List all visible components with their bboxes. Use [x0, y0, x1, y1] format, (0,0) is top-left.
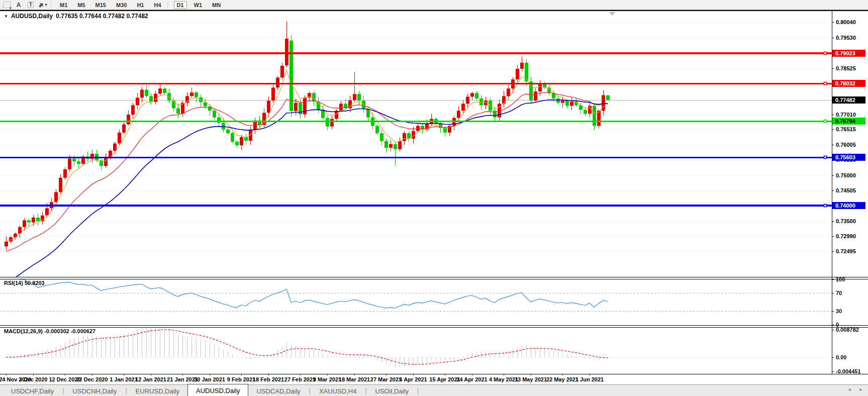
price-tick-mark — [832, 190, 834, 191]
macd-tick-mark — [832, 330, 834, 330]
price-tag-0.76794: 0.76794 — [832, 118, 865, 125]
timeframe-button-m1[interactable]: M1 — [57, 1, 70, 9]
price-tick-label: 0.79530 — [836, 35, 867, 41]
time-tick-mark — [590, 374, 590, 375]
chart-tab-usdchf[interactable]: USDCHF,Daily — [3, 385, 62, 396]
ohlc-readout: 0.77635 0.77644 0.77482 0.77482 — [56, 13, 148, 20]
text-t-icon[interactable]: T — [25, 1, 36, 9]
dropdown-caret-icon[interactable]: ▾ — [45, 3, 47, 7]
macd-axis-label: 0.008782 — [836, 327, 867, 333]
time-tick-label: 4 May 2021 — [489, 376, 518, 382]
price-tick-label: 0.77010 — [836, 112, 867, 118]
time-tick-mark — [504, 374, 504, 375]
symbol-dropdown-icon[interactable]: ▼ — [4, 14, 8, 19]
time-tick-mark — [413, 374, 414, 375]
time-tick-label: 9 Mar 2021 — [313, 376, 341, 382]
rsi-panel-canvas[interactable] — [0, 278, 832, 325]
panel-divider-rsi[interactable] — [0, 277, 868, 279]
rsi-tick-mark — [832, 293, 834, 293]
timeframe-button-m5[interactable]: M5 — [74, 1, 88, 9]
arrange-arrows-glyph — [38, 2, 44, 8]
chart-tab-xauusd[interactable]: XAUUSD,H4 — [311, 385, 364, 396]
price-tick-label: 0.80040 — [836, 19, 867, 25]
macd-panel-canvas[interactable] — [0, 327, 832, 374]
toolbar: F A T ▾ M1M5M15M30H1H4D1W1MN — [0, 0, 868, 10]
time-tick-mark — [300, 374, 301, 375]
toolbar-separator — [51, 1, 54, 9]
rsi-axis-label: 100 — [836, 276, 867, 282]
macd-tick-mark — [832, 371, 834, 372]
toolbar-separator — [167, 1, 171, 9]
price-tick-label: 0.73500 — [836, 218, 867, 224]
price-tick-mark — [832, 38, 834, 38]
time-tick-mark — [386, 374, 387, 375]
price-axis-line — [832, 11, 832, 374]
price-tag-0.77482: 0.77482 — [832, 96, 865, 104]
symbol-period-label: AUDUSD,Daily — [11, 13, 53, 20]
chart-tab-usoil[interactable]: USOil,Daily — [367, 385, 417, 396]
time-tick-label: 1 Jun 2021 — [575, 376, 604, 382]
timeframe-button-mn[interactable]: MN — [209, 1, 224, 9]
time-tick-mark — [327, 374, 328, 375]
time-tick-label: 30 Jan 2021 — [194, 376, 225, 382]
macd-axis-label: -0.004451 — [836, 368, 867, 374]
macd-tick-mark — [832, 357, 834, 358]
time-tick-mark — [354, 374, 355, 375]
time-tick-label: 12 Jan 2021 — [135, 376, 166, 382]
text-a-icon[interactable]: A — [13, 1, 24, 9]
time-tick-mark — [472, 374, 472, 375]
price-chart-canvas[interactable] — [0, 11, 832, 277]
price-tick-mark — [832, 129, 834, 130]
time-tick-mark — [445, 374, 445, 375]
time-tick-mark — [210, 374, 210, 375]
chart-tab-usdcad[interactable]: USDCAD,Daily — [248, 385, 308, 396]
mt4-window: F A T ▾ M1M5M15M30H1H4D1W1MN ▼ AUDUSD,Da… — [0, 0, 868, 396]
price-tag-0.75603: 0.75603 — [832, 154, 865, 161]
time-axis[interactable]: 24 Nov 20203 Dec 202012 Dec 202022 Dec 2… — [0, 374, 868, 384]
time-tick-mark — [33, 374, 34, 375]
time-tick-mark — [241, 374, 242, 375]
chart-shift-marker-icon[interactable] — [609, 12, 615, 16]
chart-tab-usdcnh[interactable]: USDCNH,Daily — [64, 385, 125, 396]
tab-separator: | — [417, 387, 419, 394]
macd-label: MACD(12,26,9) -0.000302 -0.000627 — [4, 328, 95, 334]
price-tag-0.78032: 0.78032 — [832, 80, 865, 87]
time-tick-mark — [65, 374, 65, 375]
price-tick-label: 0.75000 — [836, 172, 867, 178]
timeframe-button-h1[interactable]: H1 — [134, 1, 147, 9]
price-tick-mark — [832, 175, 834, 176]
timeframe-button-w1[interactable]: W1 — [191, 1, 206, 9]
price-tick-mark — [832, 115, 834, 115]
timeframe-button-m30[interactable]: M30 — [113, 1, 130, 9]
chart-tab-bar: USDCHF,Daily|USDCNH,Daily|EURUSD,DailyAU… — [0, 384, 868, 396]
time-tick-label: 22 May 2021 — [546, 376, 578, 382]
time-tick-mark — [562, 374, 563, 375]
price-tick-mark — [832, 68, 834, 69]
chart-tab-audusd[interactable]: AUDUSD,Daily — [187, 384, 248, 396]
price-tick-label: 0.72495 — [836, 248, 867, 254]
tab-scroll-right-icon[interactable]: ► — [857, 387, 864, 392]
price-tag-0.74000: 0.74000 — [832, 202, 865, 209]
macd-axis-label: 0.00 — [836, 354, 867, 360]
timeframe-button-h4[interactable]: H4 — [151, 1, 164, 9]
time-tick-label: 18 Feb 2021 — [253, 376, 284, 382]
panel-divider-macd[interactable] — [0, 325, 868, 328]
time-tick-label: 18 Mar 2021 — [339, 376, 370, 382]
rsi-axis-label: 30 — [836, 308, 867, 314]
price-tag-0.79023: 0.79023 — [832, 50, 865, 57]
rsi-tick-mark — [832, 311, 834, 312]
time-tick-mark — [531, 374, 531, 375]
time-tick-label: 3 Dec 2020 — [19, 376, 48, 382]
timeframe-button-d1[interactable]: D1 — [174, 1, 187, 9]
arrange-arrows-icon[interactable]: ▾ — [37, 1, 48, 9]
time-tick-label: 13 May 2021 — [515, 376, 547, 382]
tab-scroll-left-icon[interactable]: ◄ — [846, 387, 853, 392]
timeframe-button-m15[interactable]: M15 — [92, 1, 109, 9]
time-tick-label: 6 Apr 2021 — [399, 376, 427, 382]
price-tick-mark — [832, 251, 834, 252]
chart-grid-icon[interactable]: F — [1, 1, 12, 9]
rsi-label: RSI(14) 50.8203 — [4, 280, 45, 286]
chart-tab-eurusd[interactable]: EURUSD,Daily — [128, 385, 187, 396]
time-tick-label: 15 Apr 2021 — [429, 376, 460, 382]
rsi-axis-label: 70 — [836, 290, 867, 296]
